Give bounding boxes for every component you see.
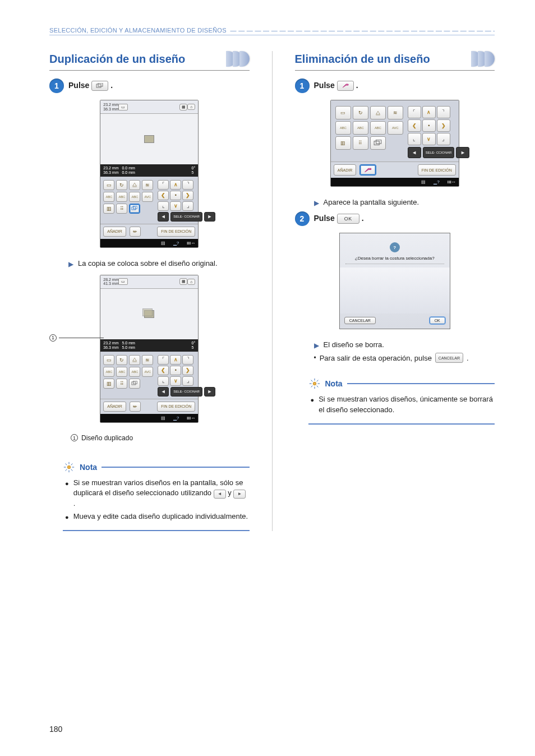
preview-chip[interactable]: ▭	[118, 104, 128, 110]
dpad-left[interactable]: ❮	[158, 366, 169, 375]
delete-icon-button[interactable]: ✏	[130, 402, 141, 412]
controls: ▭ ↻ ⧋ ≋ ABC ABC ABC AVC	[331, 100, 459, 162]
array-button[interactable]: ⠿	[116, 379, 127, 389]
array-button[interactable]: ⠿	[353, 136, 368, 150]
rotate-button[interactable]: ↻	[116, 355, 127, 365]
dpad-dl[interactable]: ⌞	[158, 201, 169, 211]
dpad-center[interactable]: •	[422, 119, 436, 132]
mirror-button[interactable]: ⧋	[129, 180, 140, 190]
sel-next[interactable]: ►	[204, 387, 215, 397]
avc-button[interactable]: AVC	[142, 367, 153, 377]
sel-next[interactable]: ►	[456, 147, 469, 158]
thread-button[interactable]: ▥	[103, 204, 114, 214]
dpad-right[interactable]: ❯	[182, 366, 193, 375]
abc-button-3[interactable]: ABC	[370, 121, 386, 135]
dpad-down[interactable]: ∨	[170, 201, 181, 211]
size-button[interactable]: ▭	[103, 180, 114, 190]
array-button[interactable]: ⠿	[116, 204, 127, 214]
abc-button-1[interactable]: ABC	[103, 192, 114, 202]
dpad-right[interactable]: ❯	[437, 119, 450, 132]
dpad-ur[interactable]: ⌝	[182, 180, 193, 190]
end-edit-button[interactable]: FIN DE EDICIÓN	[157, 402, 195, 412]
end-edit-button[interactable]: FIN DE EDICIÓN	[157, 227, 195, 237]
duplicate-button[interactable]	[129, 379, 140, 389]
status-bar: 23.2 mm36.3 mm 0.0 mm0.0 mm 0°5	[100, 164, 198, 176]
dialog-cancel-button[interactable]: CANCELAR	[344, 317, 376, 324]
dpad-dl[interactable]: ⌞	[158, 376, 169, 386]
sel-prev[interactable]: ◄	[408, 147, 421, 158]
avc-button[interactable]: AVC	[388, 121, 403, 135]
bullet-dot-icon: •	[314, 354, 316, 362]
sel-prev[interactable]: ◄	[158, 387, 169, 397]
dpad-left[interactable]: ❮	[408, 119, 421, 132]
step-badge-1: 1	[49, 79, 64, 93]
dpad-ur[interactable]: ⌝	[182, 355, 193, 365]
abc-button-3[interactable]: ABC	[129, 367, 140, 377]
end-edit-button[interactable]: FIN DE EDICIÓN	[418, 164, 456, 176]
delete-button[interactable]	[359, 164, 376, 176]
dpad-left[interactable]: ❮	[158, 191, 169, 200]
size-button[interactable]: ▭	[335, 106, 351, 119]
dpad-down[interactable]: ∨	[170, 376, 181, 386]
density-button[interactable]: ≋	[142, 180, 153, 190]
right-step-1: 1 Pulse .	[295, 79, 495, 93]
sel-next[interactable]: ►	[204, 212, 215, 222]
dpad-ul[interactable]: ⌜	[408, 106, 421, 118]
duplicate-button[interactable]	[129, 204, 140, 214]
size-button[interactable]: ▭	[103, 355, 114, 365]
dpad-up[interactable]: ∧	[170, 355, 181, 365]
thread-button[interactable]: ▥	[103, 379, 114, 389]
density-button[interactable]: ≋	[142, 355, 153, 365]
duplicate-button-ref	[91, 81, 108, 91]
abc-button-2[interactable]: ABC	[353, 121, 368, 135]
dpad-ul[interactable]: ⌜	[158, 180, 169, 190]
dpad-center[interactable]: •	[170, 191, 181, 200]
home-chip[interactable]: ⌂	[187, 279, 195, 285]
dpad-down[interactable]: ∨	[422, 133, 436, 145]
abc-button-3[interactable]: ABC	[129, 192, 140, 202]
legend-1: 1 Diseño duplicado	[71, 434, 250, 442]
rotate-button[interactable]: ↻	[353, 106, 368, 119]
grid-chip[interactable]: ▦	[179, 278, 187, 285]
dpad-ur[interactable]: ⌝	[437, 106, 450, 118]
mirror-button[interactable]: ⧋	[370, 106, 386, 119]
dim-h: 23.2 mm	[103, 103, 118, 107]
add-button[interactable]: AÑADIR	[103, 227, 126, 237]
dialog-ok-button[interactable]: OK	[430, 317, 445, 324]
pulse-label: Pulse	[314, 214, 335, 223]
dpad-dr[interactable]: ⌟	[437, 133, 450, 145]
dpad-up[interactable]: ∧	[422, 106, 436, 118]
abc-button-1[interactable]: ABC	[335, 121, 351, 135]
design-motif	[144, 135, 154, 143]
dpad-right[interactable]: ❯	[182, 191, 193, 200]
sel-prev[interactable]: ◄	[158, 212, 169, 222]
avc-button[interactable]: AVC	[142, 192, 153, 202]
step-badge-2: 2	[295, 211, 310, 226]
dpad-dr[interactable]: ⌟	[182, 376, 193, 386]
right-column: Eliminación de un diseño 1 Pulse .	[295, 51, 495, 531]
delete-icon-button[interactable]: ✏	[130, 227, 141, 237]
stat-h: 23.2 mm	[103, 166, 118, 170]
mirror-button[interactable]: ⧋	[129, 355, 140, 365]
grid-chip[interactable]: ▦	[179, 104, 187, 110]
dpad-dl[interactable]: ⌞	[408, 133, 421, 145]
dpad-up[interactable]: ∧	[170, 180, 181, 190]
callout-num: 1	[49, 334, 57, 342]
add-button[interactable]: AÑADIR	[334, 164, 356, 176]
add-button[interactable]: AÑADIR	[103, 402, 126, 412]
thread-button[interactable]: ▥	[335, 136, 351, 150]
dpad-center[interactable]: •	[170, 366, 181, 375]
duplicate-button[interactable]	[370, 136, 386, 150]
abc-button-2[interactable]: ABC	[116, 367, 127, 377]
note-item-2: Mueva y edite cada diseño duplicado indi…	[73, 511, 248, 522]
rotate-button[interactable]: ↻	[116, 180, 127, 190]
sel-prev-ref: ◄	[214, 490, 226, 499]
abc-button-1[interactable]: ABC	[103, 367, 114, 377]
density-button[interactable]: ≋	[388, 106, 403, 119]
dpad-dr[interactable]: ⌟	[182, 201, 193, 211]
note-title: Nota	[325, 379, 343, 388]
home-chip[interactable]: ⌂	[187, 104, 195, 110]
preview-chip[interactable]: ▭	[118, 278, 128, 285]
abc-button-2[interactable]: ABC	[116, 192, 127, 202]
dpad-ul[interactable]: ⌜	[158, 355, 169, 365]
